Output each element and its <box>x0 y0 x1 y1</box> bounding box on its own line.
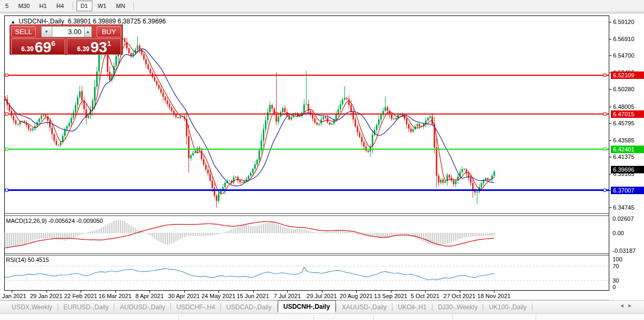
axis-tick-mark <box>609 157 611 157</box>
timeframe-button-H4[interactable]: H4 <box>52 1 68 11</box>
symbol-tab-bar: USDX,WeeklyEURUSD-,DailyAUDUSD-,DailyUSD… <box>0 300 644 314</box>
symbol-tab-usdcad-daily[interactable]: USDCAD-,Daily <box>221 302 277 313</box>
date-label: 7 Jan 2021 <box>0 293 26 299</box>
status-divider <box>313 315 314 320</box>
tab-scroll-arrows[interactable]: ◄► <box>619 303 635 308</box>
symbol-tab-ukoil-h1[interactable]: UKOil-,H1 <box>392 302 432 313</box>
rsi-axis-label: 70 <box>612 263 619 269</box>
line-handle <box>603 148 606 150</box>
date-label: 22 Feb 2021 <box>64 293 97 299</box>
buy-price-big: 93 <box>90 41 107 54</box>
date-label: 7 Jul 2021 <box>274 293 301 299</box>
rsi-label: RSI(14) 50.4515 <box>6 257 49 263</box>
collapse-arrow-icon[interactable]: ▲ <box>11 19 15 25</box>
price-line-label: 6.47015 <box>611 110 644 118</box>
axis-tick-mark <box>609 22 611 22</box>
pane-divider[interactable] <box>4 215 609 216</box>
price-line-label: 6.42401 <box>611 146 644 153</box>
date-label: 20 Aug 2021 <box>340 293 373 299</box>
timeframe-button-D1[interactable]: D1 <box>76 1 92 11</box>
price-tick-label: 6.54700 <box>613 52 634 59</box>
symbol-tab-usdcnh-daily[interactable]: USDCNH-,Daily <box>278 300 336 313</box>
line-handle <box>5 189 8 191</box>
slow-ma-line <box>5 49 494 186</box>
price-line-label: 6.37007 <box>611 187 644 194</box>
buy-price-display[interactable]: 6.39 93 1 <box>67 38 121 55</box>
volume-increase-button[interactable]: ▲ <box>84 26 92 37</box>
price-tick-label: 6.50280 <box>613 86 634 92</box>
toolbar-divider <box>73 2 73 10</box>
buy-price-prefix: 6.39 <box>77 45 89 53</box>
timeframe-button-H1[interactable]: H1 <box>35 1 51 11</box>
buy-price-pip: 1 <box>107 39 111 47</box>
rsi-axis-label: 100 <box>612 256 622 262</box>
one-click-trading-panel: SELL ▼ 3.00 ▲ BUY 6.39 69 6 6.39 93 1 <box>10 25 123 55</box>
macd-axis-label: 0.02607 <box>612 215 634 222</box>
macd-label: MACD(12,26,9) -0.005624 -0.009050 <box>6 218 103 224</box>
sell-price-prefix: 6.39 <box>21 45 34 53</box>
sell-button[interactable]: SELL <box>11 26 36 37</box>
status-divider <box>178 315 179 320</box>
symbol-tab-xauusd-daily[interactable]: XAUUSD-,Daily <box>336 302 392 313</box>
chart-title: ▲USDCNH-,Daily 6.38901 6.39889 6.38725 6… <box>11 18 166 25</box>
symbol-tab-audusd-daily[interactable]: AUDUSD-,Daily <box>114 302 170 313</box>
price-tick-label: 6.43585 <box>613 137 634 143</box>
rsi-line <box>5 267 494 280</box>
volume-input[interactable]: 3.00 <box>52 26 84 37</box>
macd-axis-label: -0.03187 <box>612 247 635 254</box>
rsi-indicator-pane[interactable] <box>4 255 609 290</box>
timeframe-button-5[interactable]: 5 <box>1 1 13 11</box>
volume-decrease-button[interactable]: ▼ <box>41 26 52 37</box>
plot-bottom-border <box>4 290 609 291</box>
axis-tick-mark <box>609 123 611 124</box>
symbol-tab-dj30-weekly[interactable]: DJ30-,Weekly <box>433 302 483 313</box>
symbol-tab-eurusd-daily[interactable]: EURUSD-,Daily <box>58 302 114 313</box>
date-label: 30 Apr 2021 <box>168 293 200 299</box>
timeframe-button-W1[interactable]: W1 <box>93 1 111 11</box>
pane-divider[interactable] <box>4 213 609 214</box>
date-label: 8 Apr 2021 <box>135 293 163 299</box>
date-label: 18 Nov 2021 <box>477 293 511 299</box>
pane-divider[interactable] <box>4 253 609 254</box>
date-label: 15 Jun 2021 <box>237 293 269 299</box>
date-label: 5 Oct 2021 <box>411 293 439 299</box>
macd-axis-label: 0.00 <box>612 230 624 236</box>
line-handle <box>5 74 8 77</box>
sell-price-big: 69 <box>35 41 51 54</box>
sell-price-display[interactable]: 6.39 69 6 <box>11 38 65 55</box>
buy-button[interactable]: BUY <box>97 26 121 37</box>
axis-tick-mark <box>609 55 611 56</box>
line-handle <box>603 189 606 191</box>
axis-tick-mark <box>609 89 611 90</box>
date-label: 24 May 2021 <box>201 293 235 299</box>
rsi-axis-label: 30 <box>612 277 619 284</box>
chart-symbol-period: USDCNH-,Daily <box>19 18 64 25</box>
chart-ohlc-values: 6.38901 6.39889 6.38725 6.39696 <box>68 18 166 25</box>
symbol-tab-uk100-daily[interactable]: UK100-,Daily <box>483 302 532 313</box>
price-tick-label: 6.48005 <box>613 103 634 110</box>
macd-signal-line <box>5 221 494 248</box>
down-arrow-icon: ▼ <box>44 29 49 34</box>
symbol-tab-usdchf-h4[interactable]: USDCHF-,H4 <box>171 302 221 313</box>
timeframe-button-MN[interactable]: MN <box>112 1 129 11</box>
date-label: 27 Oct 2021 <box>444 293 476 299</box>
status-divider <box>536 315 536 320</box>
price-line-label: 6.52109 <box>611 71 644 79</box>
date-label: 16 Mar 2021 <box>99 293 132 299</box>
price-tick-label: 6.56910 <box>613 36 634 42</box>
price-tick-label: 6.34745 <box>613 204 634 211</box>
up-arrow-icon: ▲ <box>86 29 90 34</box>
symbol-tab-usdx-weekly[interactable]: USDX,Weekly <box>6 302 58 313</box>
price-line-label: 6.39696 <box>611 166 644 173</box>
axis-tick-mark <box>609 207 611 208</box>
axis-tick-mark <box>609 107 611 107</box>
date-label: 29 Jan 2021 <box>30 293 62 299</box>
timeframe-button-M30[interactable]: M30 <box>14 1 34 11</box>
line-handle <box>5 148 8 150</box>
date-label: 29 Jul 2021 <box>307 293 337 299</box>
line-handle <box>603 74 606 77</box>
status-divider <box>452 315 453 320</box>
price-tick-label: 6.45795 <box>613 120 634 126</box>
axis-tick-mark <box>609 39 611 39</box>
sell-price-pip: 6 <box>51 39 55 47</box>
